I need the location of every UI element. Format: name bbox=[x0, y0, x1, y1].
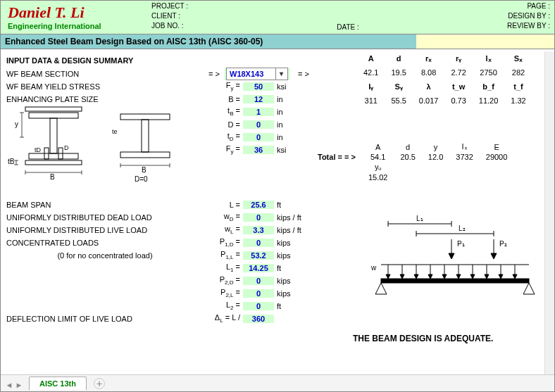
sym-P1L: P1,L = bbox=[204, 250, 243, 260]
svg-marker-39 bbox=[491, 253, 497, 259]
svg-marker-52 bbox=[400, 274, 404, 279]
sym-P2L: P2,L = bbox=[204, 288, 243, 298]
total-label: Total = = > bbox=[312, 153, 361, 161]
client-label: CLIENT : bbox=[151, 12, 202, 22]
svg-text:w: w bbox=[370, 264, 377, 272]
val-L[interactable]: 25.6 bbox=[243, 201, 274, 209]
val-L2[interactable]: 0 bbox=[243, 302, 274, 310]
unit-Fy2: ksi bbox=[274, 146, 309, 154]
svg-marker-64 bbox=[485, 274, 489, 279]
wf-section-dropdown[interactable]: W18X143 bbox=[226, 68, 288, 80]
sheet-tabs: ◄ ► AISC 13th + bbox=[1, 374, 554, 391]
title-right-fill bbox=[416, 34, 554, 49]
lbl-dead: UNIFORMLY DISTRIBUTED DEAD LOAD bbox=[6, 213, 204, 222]
svg-rect-23 bbox=[120, 152, 170, 158]
designby-label: DESIGN BY : bbox=[495, 12, 550, 22]
main-area: INPUT DATA & DESIGN SUMMARY WF BEAM SECT… bbox=[1, 49, 554, 325]
val-P2D[interactable]: 0 bbox=[243, 277, 274, 285]
val-P1L[interactable]: 53.2 bbox=[243, 251, 274, 260]
meta-right: PAGE : DESIGN BY : REVIEW BY : bbox=[491, 1, 554, 34]
val-wD[interactable]: 0 bbox=[243, 213, 274, 222]
unit-L1: ft bbox=[274, 264, 309, 272]
project-label: PROJECT : bbox=[151, 2, 202, 12]
unit-B: in bbox=[274, 95, 309, 103]
svg-marker-50 bbox=[386, 274, 390, 279]
val-D[interactable]: 0 bbox=[243, 120, 274, 129]
tab-nav-prev-icon[interactable]: ◄ bbox=[5, 381, 13, 389]
logo-block: Daniel T. Li Engineering International bbox=[1, 1, 149, 34]
unit-L2: ft bbox=[274, 302, 309, 310]
lbl-span: BEAM SPAN bbox=[6, 201, 204, 209]
svg-rect-21 bbox=[120, 114, 170, 120]
unit-fy: ksi bbox=[274, 82, 309, 91]
svg-text:D: D bbox=[64, 144, 69, 151]
meta-left: PROJECT : CLIENT : JOB NO. : bbox=[149, 1, 205, 34]
scrollbar-vertical[interactable] bbox=[544, 51, 554, 374]
svg-text:P₂: P₂ bbox=[499, 240, 507, 248]
lbl-conc-note: (0 for no concentrated load) bbox=[6, 251, 204, 260]
sym-wD: wD = bbox=[204, 212, 243, 222]
unit-P1L: kips bbox=[274, 251, 309, 260]
section-diagram: y tB tD D B te B D=0 bbox=[8, 106, 191, 183]
svg-rect-3 bbox=[25, 160, 82, 165]
svg-marker-56 bbox=[428, 274, 432, 279]
svg-text:D=0: D=0 bbox=[135, 175, 148, 183]
sym-L: L = bbox=[204, 201, 243, 209]
svg-marker-42 bbox=[523, 283, 535, 294]
val-wL[interactable]: 3.3 bbox=[243, 226, 274, 234]
svg-text:tD: tD bbox=[35, 146, 42, 153]
svg-marker-68 bbox=[513, 274, 517, 279]
val-P2L[interactable]: 0 bbox=[243, 289, 274, 298]
svg-rect-1 bbox=[50, 118, 57, 153]
lbl-plate: ENHANCING PLATE SIZE bbox=[6, 95, 204, 103]
val-fy[interactable]: 50 bbox=[243, 82, 274, 91]
val-Fy2[interactable]: 36 bbox=[243, 146, 274, 154]
svg-text:tB: tB bbox=[8, 158, 15, 165]
svg-text:y: y bbox=[15, 120, 18, 128]
unit-wL: kips / ft bbox=[274, 226, 309, 234]
sym-D: D = bbox=[204, 120, 243, 129]
unit-wD: kips / ft bbox=[274, 213, 309, 222]
svg-marker-41 bbox=[375, 283, 387, 294]
svg-text:B: B bbox=[50, 173, 55, 181]
sym-tB: tB = bbox=[204, 106, 243, 117]
unit-P2L: kips bbox=[274, 289, 309, 298]
unit-tD: in bbox=[274, 133, 309, 141]
sym-L1: L1 = bbox=[204, 263, 243, 273]
sheet-tab-active[interactable]: AISC 13th bbox=[29, 377, 87, 390]
meta-mid: DATE : bbox=[205, 1, 491, 34]
val-deltaL[interactable]: 360 bbox=[243, 315, 274, 323]
val-tB[interactable]: 1 bbox=[243, 108, 274, 116]
val-L1[interactable]: 14.25 bbox=[243, 264, 274, 272]
svg-text:B: B bbox=[142, 166, 146, 174]
sym-P1D: P1,D = bbox=[204, 237, 243, 248]
svg-marker-60 bbox=[456, 274, 461, 279]
header-bar: Daniel T. Li Engineering International P… bbox=[1, 1, 554, 34]
svg-text:L₂: L₂ bbox=[459, 225, 466, 232]
val-B[interactable]: 12 bbox=[243, 95, 274, 103]
add-sheet-button[interactable]: + bbox=[94, 378, 105, 389]
sym-deltaL: ΔL = L / bbox=[204, 313, 243, 324]
svg-rect-0 bbox=[29, 113, 78, 118]
val-tD[interactable]: 0 bbox=[243, 133, 274, 141]
sym-fy: Fy = bbox=[204, 81, 243, 91]
lbl-wf-section: WF BEAM SECTION bbox=[6, 70, 204, 78]
svg-rect-2 bbox=[29, 153, 78, 159]
lbl-wf-yield: WF BEAM YIELD STRESS bbox=[6, 82, 204, 91]
tab-nav[interactable]: ◄ ► bbox=[5, 381, 23, 389]
svg-text:P₁: P₁ bbox=[457, 240, 465, 248]
svg-text:te: te bbox=[112, 128, 118, 135]
beam-load-diagram: L₁ L₂ P₁ P₂ w bbox=[367, 215, 543, 307]
val-P1D[interactable]: 0 bbox=[243, 239, 274, 247]
dropdown-wrap: W18X143 bbox=[225, 68, 289, 80]
unit-tB: in bbox=[274, 108, 309, 116]
sym-L2: L2 = bbox=[204, 301, 243, 311]
svg-rect-22 bbox=[142, 120, 149, 152]
arrow-eq-2: = > bbox=[289, 70, 318, 78]
svg-marker-62 bbox=[470, 274, 475, 279]
result-adequate: THE BEAM DESIGN IS ADEQUATE. bbox=[353, 334, 493, 343]
tab-nav-next-icon[interactable]: ► bbox=[15, 381, 23, 389]
lbl-live: UNIFORMLY DISTRIBUTED LIVE LOAD bbox=[6, 226, 204, 234]
page-label: PAGE : bbox=[495, 2, 550, 12]
title-bar: Enhanced Steel Beam Design Based on AISC… bbox=[1, 34, 554, 49]
